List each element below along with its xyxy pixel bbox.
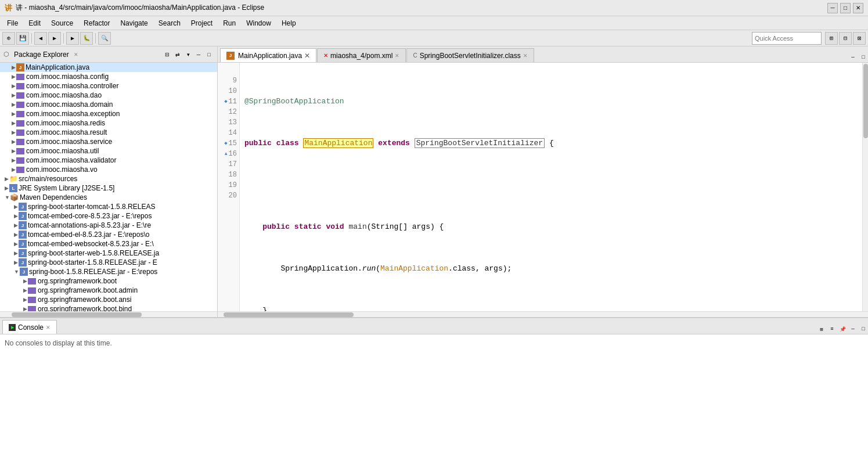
toolbar-search[interactable]: 🔍 [98,32,111,45]
tab-pom[interactable]: ✕ miaosha_4/pom.xml ✕ [317,48,406,62]
tree-item-result[interactable]: ▶ com.imooc.miaosha.result [0,128,217,137]
tree-item-spring-boot-ansi[interactable]: ▶ org.springframework.boot.ansi [0,295,217,304]
tree-item-exception[interactable]: ▶ com.imooc.miaosha.exception [0,109,217,118]
tree-item-tomcat-starter[interactable]: ▶ J spring-boot-starter-tomcat-1.5.8.REL… [0,202,217,211]
close-button[interactable]: ✕ [853,3,863,13]
code-line-11: public static void main(String[] args) { [244,222,858,232]
tree-item-resources[interactable]: ▶ 📁 src/main/resources [0,174,217,183]
menu-help[interactable]: Help [277,18,301,28]
toolbar-extra-3[interactable]: ⊠ [853,32,866,45]
menu-project[interactable]: Project [186,18,217,28]
sidebar-menu[interactable]: ▾ [183,50,193,59]
editor-maximize[interactable]: □ [859,53,868,62]
quick-access-input[interactable] [752,32,822,45]
sidebar-minimize[interactable]: ─ [194,50,203,59]
xml-tab-icon: ✕ [323,52,328,59]
tree-item-service[interactable]: ▶ com.imooc.miaosha.service [0,137,217,146]
console-maximize[interactable]: □ [859,325,868,334]
maximize-button[interactable]: □ [840,3,851,13]
tree-item-tomcat-annotations[interactable]: ▶ J tomcat-annotations-api-8.5.23.jar - … [0,221,217,230]
toolbar-save[interactable]: 💾 [16,32,29,45]
console-pin[interactable]: 📌 [838,325,847,334]
menu-refactor[interactable]: Refactor [79,18,114,28]
console-display-selected[interactable]: ≡ [827,325,837,334]
code-content[interactable]: @SpringBootApplication public class Main… [240,63,862,311]
tab-initializer[interactable]: C SpringBootServletInitializer.class ✕ [406,48,534,62]
menu-navigate[interactable]: Navigate [116,18,152,28]
tree-item-vo[interactable]: ▶ com.imooc.miaosha.vo [0,165,217,174]
toolbar-separator-2 [63,33,64,44]
toolbar-extra-2[interactable]: ⊟ [839,32,852,45]
toolbar-separator-1 [31,33,32,44]
console-open-console[interactable]: ⊞ [817,325,826,334]
toolbar-forward[interactable]: ▶ [48,32,61,45]
expand-icon: ▶ [5,176,9,182]
tree-item-mainapplication[interactable]: ▶ J MainApplication.java [0,63,217,72]
tree-item-util[interactable]: ▶ com.imooc.miaosha.util [0,146,217,156]
menu-file[interactable]: File [2,18,23,28]
tree-item-tomcat-el[interactable]: ▶ J tomcat-embed-el-8.5.23.jar - E:\repo… [0,230,217,239]
tree-item-maven[interactable]: ▼ 📦 Maven Dependencies [0,193,217,202]
tab-dirty-marker: ✕ [304,52,310,60]
code-editor[interactable]: 9 10 ◆11 12 13 14 ◆15 ▲16 17 18 [218,63,868,311]
tree-item-spring-boot-pkg[interactable]: ▶ org.springframework.boot [0,276,217,286]
sidebar-link-editor[interactable]: ⇄ [173,50,182,59]
expand-icon: ▶ [14,222,18,228]
tree-item-jre[interactable]: ▶ L JRE System Library [J2SE-1.5] [0,183,217,193]
sidebar-collapse-all[interactable]: ⊟ [163,50,172,59]
menu-window[interactable]: Window [242,18,276,28]
tree-item-label: Maven Dependencies [20,193,87,201]
tree-item-config[interactable]: ▶ com.imooc.miaosha.config [0,72,217,81]
sidebar-hscroll[interactable] [0,311,217,317]
tree-item-label: com.imooc.miaosha.dao [26,91,102,99]
menu-run[interactable]: Run [218,18,240,28]
toolbar-debug[interactable]: 🐛 [80,32,93,45]
tree-item-spring-boot-jar[interactable]: ▼ J spring-boot-1.5.8.RELEASE.jar - E:\r… [0,267,217,276]
title-bar-text: 讲 - miaosha_4/src/main/java/com/imooc/mi… [16,3,264,13]
tab-mainapplication[interactable]: J MainApplication.java ✕ [220,48,316,62]
toolbar-new[interactable]: ⊕ [2,32,15,45]
jar-icon: J [19,212,27,220]
menu-edit[interactable]: Edit [24,18,45,28]
tree-item-validator[interactable]: ▶ com.imooc.miaosha.validator [0,156,217,165]
console-message: No consoles to display at this time. [5,339,112,347]
jar-icon: J [19,231,27,239]
tree-item-label: org.springframework.boot.bind [38,305,132,311]
expand-icon: ▶ [12,139,16,145]
minimize-button[interactable]: ─ [827,3,838,13]
tree-item-spring-boot-bind[interactable]: ▶ org.springframework.boot.bind [0,304,217,311]
menu-bar: File Edit Source Refactor Navigate Searc… [0,16,868,30]
tree-item-dao[interactable]: ▶ com.imooc.miaosha.dao [0,91,217,100]
toolbar-run[interactable]: ▶ [66,32,79,45]
tree-item-spring-starter[interactable]: ▶ J spring-boot-starter-1.5.8.RELEASE.ja… [0,258,217,267]
tree-item-tomcat-core[interactable]: ▶ J tomcat-embed-core-8.5.23.jar - E:\re… [0,211,217,221]
toolbar: ⊕ 💾 ◀ ▶ ▶ 🐛 🔍 ⊞ ⊟ ⊠ [0,30,868,46]
sidebar-maximize[interactable]: □ [204,50,214,59]
sidebar-tree[interactable]: ▶ J MainApplication.java ▶ com.imooc.mia… [0,63,217,311]
tab-close[interactable]: ✕ [523,53,528,59]
editor-minimize[interactable]: ─ [848,53,858,62]
tree-item-redis[interactable]: ▶ com.imooc.miaosha.redis [0,118,217,128]
package-icon [28,278,36,285]
editor-hscroll[interactable] [218,311,868,317]
expand-icon: ▶ [23,306,27,311]
toolbar-extra-1[interactable]: ⊞ [825,32,838,45]
console-minimize[interactable]: ─ [848,325,858,334]
menu-search[interactable]: Search [154,18,185,28]
tree-item-controller[interactable]: ▶ com.imooc.miaosha.controller [0,81,217,91]
editor-vscroll[interactable] [862,63,868,311]
class-tab-icon: C [413,52,417,59]
menu-source[interactable]: Source [46,18,78,28]
tab-close[interactable]: ✕ [395,53,399,59]
tree-item-domain[interactable]: ▶ com.imooc.miaosha.domain [0,100,217,109]
tree-item-spring-web-starter[interactable]: ▶ J spring-boot-starter-web-1.5.8.RELEAS… [0,249,217,258]
tree-item-tomcat-websocket[interactable]: ▶ J tomcat-embed-websocket-8.5.23.jar - … [0,239,217,249]
tree-item-spring-boot-admin[interactable]: ▶ org.springframework.boot.admin [0,286,217,295]
tab-console[interactable]: ▶ Console ✕ [2,320,57,334]
package-icon [16,102,24,108]
toolbar-back[interactable]: ◀ [34,32,47,45]
editor-tab-bar: J MainApplication.java ✕ ✕ miaosha_4/pom… [218,46,868,63]
tree-item-label: com.imooc.miaosha.service [26,138,112,146]
package-icon [16,120,24,127]
expand-icon: ▶ [14,232,18,237]
